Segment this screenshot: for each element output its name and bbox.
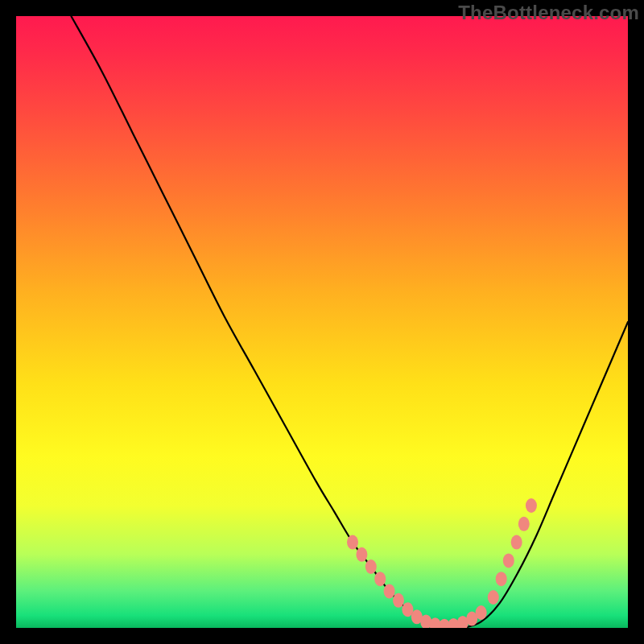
watermark-text: TheBottleneck.com: [458, 2, 639, 24]
marker-dot: [347, 535, 358, 550]
marker-dot: [476, 605, 487, 620]
marker-dot: [518, 517, 530, 531]
bottleneck-curve: [71, 16, 628, 628]
marker-dot: [488, 590, 499, 605]
marker-dot: [384, 584, 395, 598]
marker-dot: [356, 547, 367, 562]
chart-frame: TheBottleneck.com: [0, 0, 644, 644]
marker-dot: [365, 559, 377, 574]
marker-dot: [374, 572, 386, 586]
marker-dot: [503, 553, 514, 568]
plot-area: [16, 16, 628, 628]
marker-dot: [511, 535, 522, 550]
marker-dots: [347, 498, 537, 628]
marker-dot: [393, 593, 404, 608]
marker-dot: [526, 498, 537, 513]
marker-dot: [496, 572, 507, 586]
curve-svg: [16, 16, 628, 628]
